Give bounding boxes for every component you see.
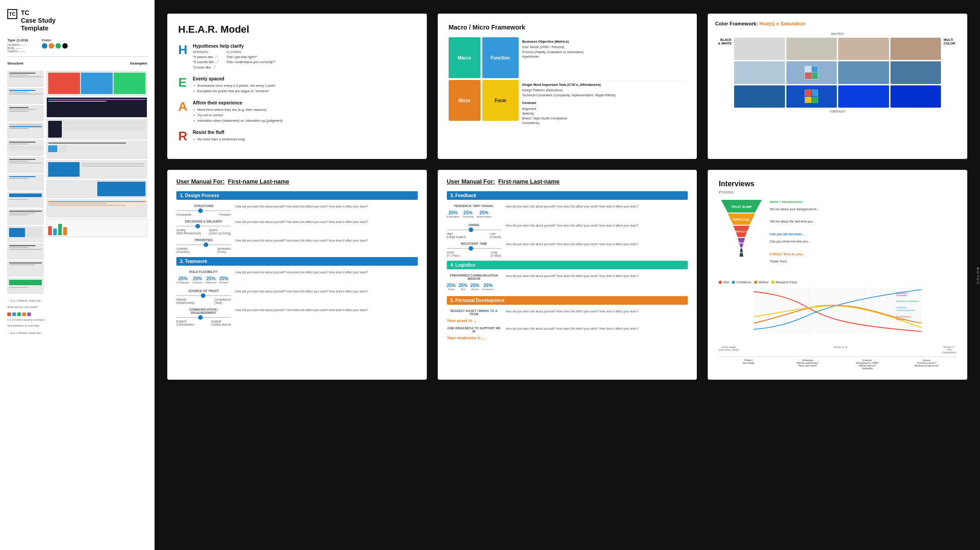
- chart-label-qualitative: Qualitative to: [896, 292, 909, 294]
- priorities-slider-row: PRIORITIES Usability(Function) Aesthetic…: [176, 238, 418, 253]
- swatch-4: [890, 38, 941, 60]
- um2-header-prefix: User Manual For:: [447, 178, 495, 185]
- pct-eval-label: Evaluation: [447, 215, 460, 218]
- swatch-grid: [734, 38, 941, 108]
- hear-letter-h: H: [178, 44, 187, 56]
- structure-text: How did you learn this about yourself? H…: [235, 204, 418, 209]
- pct-val-3: 25%: [206, 276, 215, 281]
- openers-col: OPENERS "It seems like ..." "It sounds l…: [193, 50, 219, 70]
- recovery-track: [447, 248, 501, 249]
- chart-container: Risk Confidence Method Research Focus: [719, 281, 956, 370]
- hear-model-card: H.E.A.R. Model H Hypotheses help clarify…: [167, 14, 427, 159]
- legend-dot-risk: [719, 281, 722, 284]
- um2-section5: 5. Personal Development: [447, 296, 688, 305]
- thumb-2: [7, 88, 44, 104]
- pct-observer: 25% Observer: [205, 276, 217, 284]
- um1-section1: 1. Design Process: [176, 191, 418, 200]
- stage-labels: Early stage(pre-seed, seed) Series A, B …: [719, 346, 956, 354]
- macro-text-bottom: Single Most Important Task (CTA's, Affor…: [520, 80, 686, 121]
- interviews-title: Interviews: [719, 180, 956, 188]
- hear-content-a: Affirm their experience Meet them where …: [193, 100, 416, 124]
- micro-text-items: Design Patterns (Relevance) Technical Co…: [522, 88, 685, 98]
- macro-text-top: Business Objective (Metrics) User Needs …: [520, 37, 686, 78]
- stage-early: Early stage(pre-seed, seed): [719, 346, 739, 354]
- pct-val-4: 25%: [219, 276, 228, 281]
- um1-header: User Manual For: First-name Last-name: [176, 178, 418, 185]
- pct-eval-val: 25%: [449, 210, 458, 215]
- pct-evaluation: 25% Evaluation: [447, 210, 460, 218]
- int-item-1b: Tell me about your background in...: [770, 207, 956, 212]
- dev-stage-execute: ExecuteDesigning for JTBD?Hitting metric…: [838, 359, 897, 370]
- comm-right-label: Implied/Conflict-Averse: [211, 320, 231, 326]
- type-section: Type (1,618) Headline —— Body —— Caption…: [7, 38, 28, 53]
- medium-row: PREFERRED COMMUNICATION MEDIUM 25% Slack…: [447, 274, 688, 292]
- asset-row: BIGGEST ASSET I BRING TO A TEAM Your ass…: [447, 309, 688, 323]
- pct-appreciation: 25% Appreciation: [476, 210, 491, 218]
- pct-inperson-val: 25%: [484, 283, 493, 288]
- swing-dot: [469, 228, 473, 232]
- structure-thumbs: [7, 71, 44, 295]
- pct-coaching: 25% Coaching: [462, 210, 474, 218]
- funnel-text-4: NARROW: [736, 242, 747, 244]
- thumb-11: [7, 243, 44, 259]
- macro-cell: Macro: [449, 37, 480, 78]
- pct-email: 25% Email: [470, 283, 480, 291]
- micro-item-4: Spacing: [522, 111, 685, 116]
- hear-bullet-a1: Meet them where they are (e.g. their rea…: [193, 107, 416, 113]
- funnel-text-3: COGNITIVE CLOSE: [729, 230, 754, 233]
- pct-row: 25% Challenger 25% Follower 25% Observer…: [176, 276, 231, 284]
- hear-bullet-a3: Intonation down (statement) vs. intonati…: [193, 118, 416, 124]
- structure-dot: [198, 208, 203, 213]
- example-7: [46, 199, 147, 218]
- color-section: Color: [42, 38, 68, 53]
- closers-header: CLOSERS: [226, 50, 275, 54]
- swing-subsection: SWING: [447, 223, 501, 227]
- int-item-3: Can you tell me more...: [770, 232, 956, 237]
- pct-slack-label: Slack: [448, 288, 455, 291]
- priorities-subsection: PRIORITIES: [176, 238, 231, 242]
- color-label: Color: [42, 38, 68, 42]
- swatch-6: [786, 61, 837, 84]
- medium-subsection: PREFERRED COMMUNICATION MEDIUM: [447, 274, 501, 280]
- priorities-track: [176, 244, 231, 245]
- macro-title: Macro / Micro Framework: [449, 24, 686, 31]
- recovery-text: How did you learn this about yourself? H…: [506, 242, 688, 247]
- micro-item-2: Technical Constraints (Complexity, Imple…: [522, 93, 685, 98]
- chart-label-confidence-inc: Confidence: [896, 307, 907, 309]
- feedback-subsection: FEEDBACK 'WIFI' SIGNAL: [447, 204, 501, 208]
- pct-app-val: 25%: [480, 210, 489, 215]
- trust-dot: [201, 293, 205, 298]
- micro-item-1: Design Patterns (Relevance): [522, 88, 685, 93]
- swing-labels: High(Large Impact) Low(Casual): [447, 232, 501, 238]
- chart-label-confidence-inc2: Increases over time: [896, 309, 915, 311]
- trust-left-label: Warmth(Relationship): [176, 298, 195, 304]
- vibrant-label: VIBRANT: [830, 109, 846, 114]
- swatch-10: [786, 85, 837, 108]
- role-flex-row: ROLE FLEXIBILITY 25% Challenger 25% Foll…: [176, 270, 418, 286]
- funnel-svg: TRUST BUMP OPEN DIAL COGNITIVE CLOSE NAR…: [719, 200, 764, 273]
- company-stage-chart: Qualitative to Quantitative Generative t…: [719, 287, 956, 342]
- hear-label-a: Affirm their experience: [193, 100, 416, 105]
- swatch-5: [734, 61, 785, 84]
- trust-track: [176, 295, 231, 296]
- um1-header-prefix: User Manual For:: [176, 178, 225, 185]
- color-framework-title: Color Framework: Hue(s) x Saturation: [715, 21, 960, 26]
- comm-labels: Explicit/Confrontation Implied/Conflict-…: [176, 320, 231, 326]
- structure-label: Structure: [7, 61, 24, 65]
- pct-follower: 25% Follower: [192, 276, 203, 284]
- swing-left: SWING High(Large Impact) Low(Casual): [447, 223, 501, 238]
- decisions-slider-left: DECISIONS & DELIVERY Quality(Well-Resear…: [176, 220, 231, 235]
- macro-grid: Macro Function Business Objective (Metri…: [449, 37, 686, 121]
- color-framework-card: Color Framework: Hue(s) x Saturation BLA…: [708, 14, 967, 159]
- decisions-subsection: DECISIONS & DELIVERY: [176, 220, 231, 223]
- color-framework-subtitle: Hue(s) x Saturation: [760, 21, 805, 26]
- left-bottom-text: — E.g. • (Noted), made say... What did t…: [7, 299, 147, 335]
- stage-series-ab: Series A, B: [834, 346, 847, 354]
- pct-label-3: Observer: [205, 281, 217, 284]
- closers-col: CLOSERS "Did I get that right?" "Did I u…: [226, 50, 275, 70]
- hear-bullet-r1: No more than 2 sentences long: [193, 137, 416, 142]
- recovery-dot: [469, 246, 473, 251]
- hear-cols-h: OPENERS "It seems like ..." "It sounds l…: [193, 50, 416, 70]
- example-1: [46, 71, 147, 96]
- form-label: Form: [495, 98, 506, 103]
